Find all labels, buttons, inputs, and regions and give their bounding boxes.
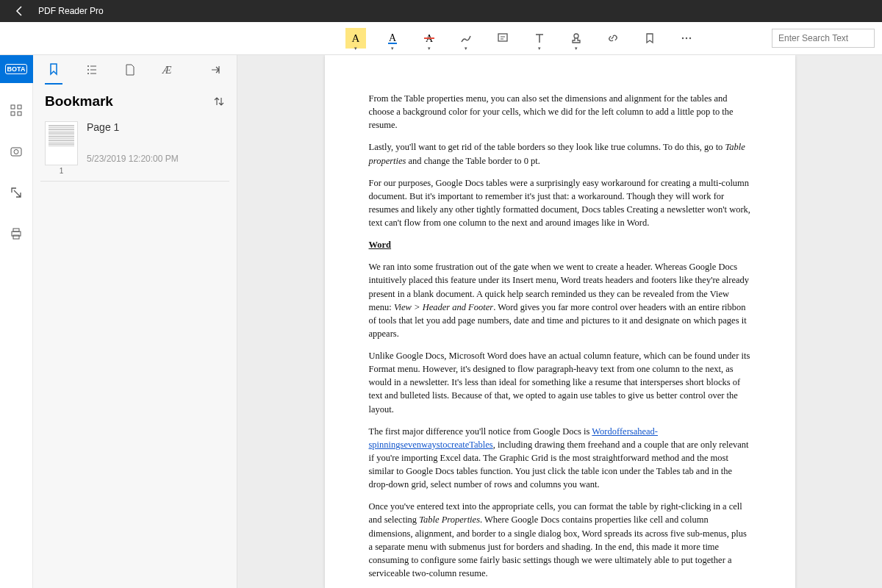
sort-button[interactable]	[213, 96, 225, 107]
thumbnails-button[interactable]	[0, 96, 33, 124]
bookmark-title: Page 1	[87, 121, 179, 133]
svg-rect-15	[18, 105, 21, 109]
bookmark-tool[interactable]	[639, 28, 660, 49]
main-area: BOTA Æ	[0, 55, 882, 588]
svg-rect-20	[13, 229, 19, 232]
dropdown-icon: ▾	[465, 46, 467, 51]
dropdown-icon: ▾	[354, 46, 357, 51]
stamp-tool[interactable]: ▾	[566, 28, 587, 49]
svg-point-13	[689, 37, 691, 39]
body-text: Lastly, you'll want to get rid of the ta…	[369, 140, 751, 167]
highlight-tool[interactable]: A ▾	[345, 28, 366, 49]
underline-tool[interactable]: A ▾	[382, 28, 403, 49]
svg-rect-14	[11, 105, 15, 109]
note-tool[interactable]	[492, 28, 513, 49]
svg-rect-5	[498, 34, 507, 41]
body-text: Once you've entered text into the approp…	[369, 500, 751, 580]
svg-text:A: A	[389, 32, 397, 43]
bookmark-date: 5/23/2019 12:20:00 PM	[87, 154, 179, 164]
svg-point-12	[686, 37, 687, 39]
more-tools[interactable]	[676, 28, 697, 49]
svg-point-10	[574, 34, 578, 38]
sidebar-panel: Æ Bookmark 1	[33, 55, 237, 588]
tab-pages[interactable]	[121, 55, 139, 85]
bookmark-thumb: 1	[45, 121, 78, 175]
svg-rect-16	[11, 112, 15, 115]
text-tool[interactable]: ▾	[529, 28, 550, 49]
pin-sidebar[interactable]	[207, 55, 225, 85]
document-viewport[interactable]: From the Table properties menu, you can …	[237, 55, 882, 588]
dropdown-icon: ▾	[428, 46, 431, 51]
bookmark-list: 1 Page 1 5/23/2019 12:20:00 PM	[33, 115, 237, 182]
svg-point-11	[682, 37, 684, 39]
pdf-page: From the Table properties menu, you can …	[325, 55, 795, 588]
sidebar-tabs: Æ	[33, 55, 237, 85]
app-title: PDF Reader Pro	[38, 6, 104, 16]
bota-panel-button[interactable]: BOTA	[0, 55, 33, 83]
thumb-page-num: 1	[45, 167, 78, 175]
title-bar: PDF Reader Pro	[0, 0, 882, 22]
link-tool[interactable]	[603, 28, 623, 49]
back-button[interactable]	[9, 5, 31, 17]
svg-point-19	[14, 150, 18, 154]
tab-annotations[interactable]: Æ	[159, 55, 177, 85]
dropdown-icon: ▾	[391, 46, 394, 51]
tab-outline[interactable]	[83, 55, 101, 85]
svg-text:A: A	[352, 32, 360, 44]
print-button[interactable]	[0, 220, 33, 248]
svg-point-27	[87, 73, 89, 74]
body-text: The first major difference you'll notice…	[369, 425, 751, 492]
bookmark-item[interactable]: 1 Page 1 5/23/2019 12:20:00 PM	[40, 115, 229, 182]
fullscreen-button[interactable]	[0, 179, 33, 207]
svg-point-25	[87, 69, 89, 71]
search-input[interactable]	[772, 29, 875, 48]
body-text: From the Table properties menu, you can …	[369, 92, 751, 132]
tab-bookmarks[interactable]	[45, 55, 62, 85]
body-text: For our purposes, Google Docs tables wer…	[369, 176, 751, 230]
svg-rect-18	[11, 148, 21, 156]
strikeout-tool[interactable]: A ▾	[419, 28, 440, 49]
svg-rect-17	[18, 112, 21, 115]
body-text: We ran into some frustration out of the …	[369, 260, 751, 340]
ink-tool[interactable]: ▾	[456, 28, 476, 49]
sidebar-header: Bookmark	[33, 85, 237, 115]
annotation-toolbar: A ▾ A ▾ A ▾ ▾ ▾ ▾	[0, 22, 882, 55]
snapshot-button[interactable]	[0, 137, 33, 165]
left-rail: BOTA	[0, 55, 33, 588]
body-text: Unlike Google Docs, Microsoft Word does …	[369, 349, 751, 416]
svg-text:Æ: Æ	[162, 65, 172, 76]
sidebar-title: Bookmark	[45, 93, 113, 110]
svg-point-23	[87, 65, 89, 67]
dropdown-icon: ▾	[575, 46, 578, 51]
section-heading: Word	[369, 238, 751, 251]
dropdown-icon: ▾	[538, 46, 541, 51]
